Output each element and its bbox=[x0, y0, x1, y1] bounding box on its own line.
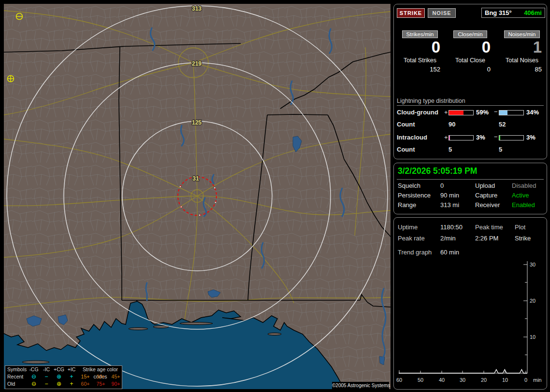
squelch-label: Squelch bbox=[398, 182, 420, 189]
ic-plus-bar-fill bbox=[449, 136, 450, 140]
noises-per-min-button[interactable]: Noises/min bbox=[504, 30, 540, 38]
circle-minus-icon: ⊖ bbox=[28, 373, 40, 380]
age-75: 75+ bbox=[93, 380, 109, 388]
legend-recent-row: Recent ⊖ − ⊕ + 15+ 30+ 45+ bbox=[5, 373, 122, 380]
persistence-value: 90 min bbox=[440, 192, 459, 199]
strike-mode-button[interactable]: STRIKE bbox=[397, 8, 425, 18]
minus-sign: − bbox=[494, 108, 498, 115]
cg-count-label: Count bbox=[397, 121, 415, 128]
y-tick-30: 30 bbox=[530, 262, 536, 267]
intracloud-label: Intracloud bbox=[397, 134, 427, 141]
datetime-display: 3/2/2026 5:05:19 PM bbox=[398, 166, 477, 176]
legend-recent-label: Recent bbox=[5, 373, 28, 380]
bearing-label: Bng 315° bbox=[485, 9, 512, 16]
total-close-label: Total Close bbox=[446, 57, 494, 64]
cg-minus-bar-fill bbox=[499, 111, 507, 115]
trend-axis-labels: 30 20 10 60 50 40 30 20 10 0 min bbox=[396, 262, 542, 383]
x-tick-20: 20 bbox=[481, 377, 487, 383]
capture-status: Active bbox=[512, 192, 529, 199]
ic-count-label: Count bbox=[397, 146, 415, 153]
x-tick-0: 0 bbox=[524, 377, 527, 383]
noises-per-min-value: 1 bbox=[498, 39, 546, 56]
noises-column: Noises/min 1 Total Noises 85 bbox=[498, 30, 546, 73]
ring-label-31: 31 bbox=[192, 175, 199, 182]
ring-label-313: 313 bbox=[192, 5, 202, 12]
distribution-title: Lightning type distribution bbox=[397, 98, 465, 104]
ic-minus-bar-fill bbox=[499, 136, 500, 140]
plus-icon: + bbox=[65, 373, 78, 380]
stats-panel: STRIKE NOISE Bng 315° 406mi Strikes/min … bbox=[393, 4, 547, 159]
age-45: 45+ bbox=[109, 373, 123, 380]
age-15: 15+ bbox=[78, 373, 93, 380]
persistence-label: Persistence bbox=[398, 192, 431, 199]
circle-plus-icon: ⊕ bbox=[53, 373, 65, 380]
uptime-value: 1180:50 bbox=[440, 224, 463, 231]
age-60: 60+ bbox=[78, 380, 93, 388]
peak-time-value: 2:26 PM bbox=[475, 235, 498, 242]
cloud-ground-label: Cloud-ground bbox=[397, 109, 438, 116]
circle-minus-icon: ⊖ bbox=[28, 380, 40, 388]
upload-status: Disabled bbox=[512, 182, 536, 189]
uptime-label: Uptime bbox=[398, 224, 418, 231]
divider bbox=[397, 105, 544, 106]
cg-plus-pct: 59% bbox=[476, 109, 489, 116]
total-strikes-value: 152 bbox=[396, 66, 444, 73]
ic-plus-pct: 3% bbox=[476, 134, 485, 141]
total-noises-value: 85 bbox=[498, 66, 546, 73]
trend-graph: 30 20 10 60 50 40 30 20 10 0 min bbox=[394, 254, 547, 389]
strikes-per-min-value: 0 bbox=[396, 39, 444, 56]
trend-series-strikes bbox=[399, 370, 527, 374]
y-tick-10: 10 bbox=[530, 334, 536, 340]
strike-symbol-old-pos-cg bbox=[8, 76, 14, 82]
lightning-map[interactable]: 313 219 125 31 bbox=[4, 4, 391, 389]
cg-minus-count: 52 bbox=[499, 121, 506, 128]
minus-icon: − bbox=[40, 373, 53, 380]
squelch-value: 0 bbox=[440, 182, 444, 189]
noise-mode-button[interactable]: NOISE bbox=[428, 8, 456, 18]
legend-header-row: Symbols -CG -IC +CG +IC Strike age color… bbox=[5, 366, 122, 373]
total-close-value: 0 bbox=[446, 66, 494, 73]
x-axis-unit: min bbox=[533, 377, 542, 383]
receiver-status: Enabled bbox=[512, 201, 535, 209]
x-tick-50: 50 bbox=[418, 377, 423, 383]
total-strikes-label: Total Strikes bbox=[396, 57, 444, 64]
range-value: 313 mi bbox=[440, 201, 459, 209]
ic-minus-pct: 3% bbox=[526, 134, 536, 141]
peak-rate-label: Peak rate bbox=[398, 235, 425, 242]
x-tick-10: 10 bbox=[502, 377, 508, 383]
close-column: Close/min 0 Total Close 0 bbox=[446, 30, 494, 73]
cg-minus-pct: 34% bbox=[526, 109, 539, 116]
minus-sign: − bbox=[494, 133, 498, 140]
status-panel: 3/2/2026 5:05:19 PM Squelch 0 Upload Dis… bbox=[393, 163, 547, 214]
x-tick-30: 30 bbox=[460, 377, 465, 383]
ic-minus-bar bbox=[499, 135, 524, 140]
cg-plus-bar-fill bbox=[449, 111, 463, 115]
cg-minus-bar bbox=[499, 110, 524, 115]
age-30: 30+ bbox=[93, 373, 109, 380]
trend-panel: Uptime 1180:50 Peak time Plot Peak rate … bbox=[393, 217, 547, 390]
circle-plus-icon: ⊕ bbox=[53, 380, 65, 388]
trend-axes bbox=[399, 261, 527, 373]
peak-time-label: Peak time bbox=[475, 224, 503, 231]
bearing-distance: 406mi bbox=[524, 9, 542, 16]
y-tick-20: 20 bbox=[530, 298, 536, 304]
minus-icon: − bbox=[40, 380, 53, 388]
bearing-readout: Bng 315° 406mi bbox=[481, 8, 545, 18]
cg-plus-bar bbox=[449, 110, 474, 115]
receiver-label: Receiver bbox=[475, 201, 500, 209]
map-canvas: 313 219 125 31 bbox=[4, 4, 391, 389]
strikes-per-min-button[interactable]: Strikes/min bbox=[402, 30, 438, 38]
divider bbox=[397, 179, 544, 180]
peak-rate-value: 2/min bbox=[440, 235, 456, 242]
capture-label: Capture bbox=[475, 192, 497, 199]
plot-value: Strike bbox=[515, 235, 531, 242]
ic-minus-count: 5 bbox=[499, 146, 502, 153]
strikes-column: Strikes/min 0 Total Strikes 152 bbox=[396, 30, 444, 73]
close-per-min-button[interactable]: Close/min bbox=[453, 30, 487, 38]
close-per-min-value: 0 bbox=[446, 39, 494, 56]
ic-plus-count: 5 bbox=[449, 146, 452, 153]
range-label: Range bbox=[398, 201, 416, 209]
cg-plus-count: 90 bbox=[449, 121, 455, 128]
age-90: 90+ bbox=[109, 380, 123, 388]
x-tick-40: 40 bbox=[439, 377, 445, 383]
